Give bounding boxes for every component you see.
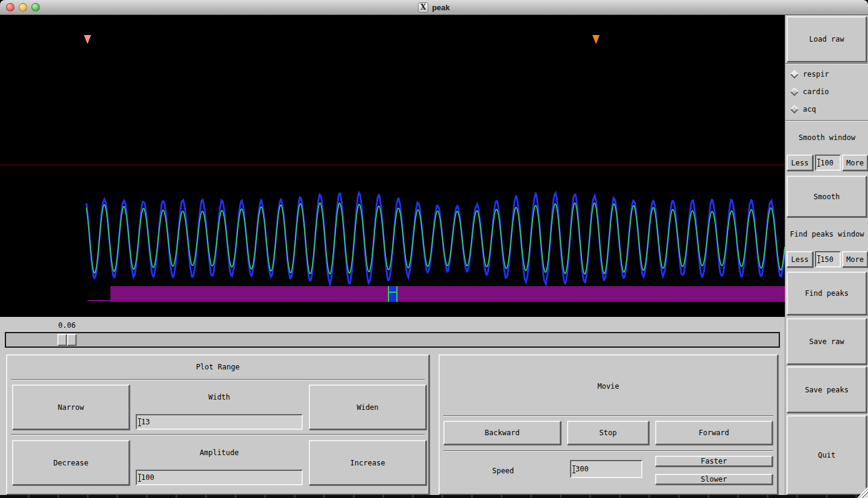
scale-value-label: 0.06 [53, 321, 81, 330]
smooth-less-button[interactable]: Less [787, 155, 813, 171]
save-peaks-button[interactable]: Save peaks [787, 366, 867, 413]
smooth-window-label: Smooth window [785, 133, 868, 142]
find-peaks-window-value: 150 [820, 255, 834, 264]
peak-band [110, 286, 785, 302]
smooth-window-value: 100 [820, 159, 834, 167]
load-raw-button[interactable]: Load raw [787, 16, 867, 62]
sidebar: Load raw respir cardio acq Smooth window… [785, 15, 868, 498]
radio-acq[interactable]: acq [791, 103, 816, 115]
position-slider[interactable] [5, 332, 780, 348]
separator [785, 63, 868, 65]
smooth-less-label: Less [791, 159, 809, 167]
text-cursor [819, 159, 819, 167]
text-cursor [819, 255, 819, 263]
faster-button-label: Faster [701, 457, 727, 465]
smooth-more-button[interactable]: More [842, 155, 868, 171]
separator [443, 450, 773, 452]
amplitude-label: Amplitude [136, 449, 303, 457]
controls-area: 0.06 Plot Range Narrow Width 13 Widen De… [0, 317, 785, 498]
backward-button[interactable]: Backward [443, 421, 561, 445]
x11-app-icon: X [418, 2, 428, 13]
minimize-button[interactable] [19, 3, 27, 11]
stop-button-label: Stop [600, 429, 617, 437]
find-peaks-button[interactable]: Find peaks [787, 272, 867, 315]
radio-diamond-icon [790, 88, 799, 96]
titlebar[interactable]: X peak [0, 0, 868, 15]
decrease-button-label: Decrease [54, 459, 89, 467]
peak-marker-1 [84, 35, 91, 44]
slower-button-label: Slower [701, 475, 727, 484]
zoom-button[interactable] [31, 3, 40, 11]
width-label: Width [136, 393, 303, 401]
plot-range-panel: Plot Range Narrow Width 13 Widen Decreas… [6, 354, 429, 495]
separator [11, 379, 425, 380]
find-peaks-window-input[interactable]: 150 [815, 251, 841, 267]
separator [11, 434, 425, 435]
increase-button-label: Increase [350, 459, 385, 467]
amplitude-value: 100 [141, 473, 154, 482]
window-title: peak [432, 3, 450, 12]
radio-cardio[interactable]: cardio [791, 86, 829, 98]
separator [443, 415, 773, 417]
save-peaks-button-label: Save peaks [805, 386, 848, 394]
radio-respir-label: respir [803, 70, 829, 78]
speed-input[interactable]: 300 [570, 460, 642, 478]
text-cursor [139, 474, 140, 482]
text-cursor [139, 418, 140, 426]
find-less-label: Less [791, 255, 809, 264]
load-raw-button-label: Load raw [809, 35, 844, 43]
slower-button[interactable]: Slower [655, 474, 773, 485]
narrow-button-label: Narrow [58, 403, 84, 412]
smooth-window-input[interactable]: 100 [815, 155, 841, 171]
movie-panel: Movie Backward Stop Forward Speed 300 Fa… [439, 354, 778, 495]
smooth-button-label: Smooth [814, 193, 840, 201]
separator [785, 120, 868, 121]
app-window: X peak 0.06 Plot Range Narrow Width 13 W… [0, 0, 868, 498]
widen-button-label: Widen [356, 403, 378, 412]
peak-marker-2 [592, 35, 600, 44]
find-peaks-window-label: Find peaks window [785, 230, 868, 238]
amplitude-input[interactable]: 100 [136, 470, 303, 485]
forward-button-label: Forward [699, 429, 729, 437]
smooth-button[interactable]: Smooth [787, 176, 867, 217]
widen-button[interactable]: Widen [309, 385, 426, 430]
slider-thumb-right [67, 334, 77, 346]
slider-thumb-left [57, 334, 67, 346]
quit-button[interactable]: Quit [787, 415, 867, 495]
background-window-edge [0, 495, 868, 498]
radio-acq-label: acq [803, 105, 816, 113]
quit-button-label: Quit [818, 451, 835, 459]
find-more-label: More [846, 255, 864, 264]
increase-button[interactable]: Increase [309, 440, 426, 485]
stop-button[interactable]: Stop [567, 421, 649, 445]
forward-button[interactable]: Forward [655, 421, 773, 445]
radio-diamond-icon [790, 70, 799, 78]
text-cursor [574, 465, 574, 473]
radio-cardio-label: cardio [803, 88, 829, 96]
traffic-lights [6, 3, 40, 11]
width-input[interactable]: 13 [136, 414, 303, 430]
speed-value: 300 [575, 465, 589, 473]
band-cursor[interactable] [389, 286, 396, 302]
faster-button[interactable]: Faster [655, 456, 773, 467]
save-raw-button-label: Save raw [809, 337, 844, 346]
title-group: X peak [418, 2, 450, 13]
movie-title: Movie [440, 382, 777, 391]
narrow-button[interactable]: Narrow [12, 385, 130, 430]
peak-band-tail [87, 300, 110, 301]
width-value: 13 [141, 418, 150, 426]
speed-label: Speed [446, 467, 560, 475]
slider-thumb[interactable] [57, 334, 77, 346]
find-more-button[interactable]: More [842, 251, 868, 267]
decrease-button[interactable]: Decrease [12, 440, 130, 485]
close-button[interactable] [6, 3, 14, 11]
signal-plot[interactable] [0, 15, 785, 317]
find-less-button[interactable]: Less [787, 251, 813, 267]
backward-button-label: Backward [485, 429, 520, 437]
radio-respir[interactable]: respir [791, 68, 829, 80]
find-peaks-button-label: Find peaks [805, 289, 848, 298]
radio-diamond-icon [790, 105, 799, 113]
smooth-more-label: More [846, 159, 864, 167]
save-raw-button[interactable]: Save raw [787, 318, 867, 365]
waveform-raw [86, 193, 785, 284]
